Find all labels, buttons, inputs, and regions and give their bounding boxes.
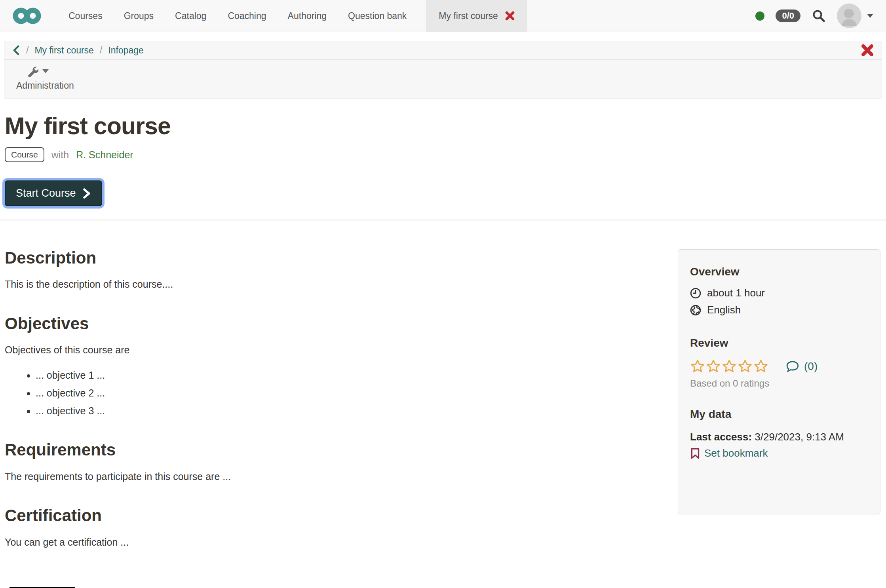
presence-status-dot[interactable] <box>755 11 764 21</box>
back-chevron-icon[interactable] <box>12 45 20 55</box>
tab-my-first-course[interactable]: My first course <box>426 0 527 32</box>
breadcrumb-page-link[interactable]: Infopage <box>108 45 144 56</box>
breadcrumb-course-link[interactable]: My first course <box>34 45 94 56</box>
administration-label: Administration <box>16 80 74 91</box>
objectives-list: ... objective 1 ... ... objective 2 ... … <box>5 369 662 417</box>
review-heading: Review <box>690 337 868 349</box>
last-access-value: 3/29/2023, 9:13 AM <box>752 431 844 443</box>
star-icon[interactable] <box>722 359 737 374</box>
star-icon[interactable] <box>753 359 768 374</box>
avatar[interactable] <box>837 4 861 28</box>
nav-item-question-bank[interactable]: Question bank <box>337 0 417 32</box>
with-prefix: with <box>51 149 69 161</box>
duration-row: about 1 hour <box>690 287 868 299</box>
last-access-label: Last access: <box>690 431 752 443</box>
breadcrumb: / My first course / Infopage <box>4 41 882 59</box>
navbar-right: 0/0 <box>755 4 886 28</box>
start-course-label: Start Course <box>16 187 76 199</box>
mydata-heading: My data <box>690 408 868 421</box>
close-tab-icon[interactable] <box>505 11 515 21</box>
administration-caret-icon <box>42 69 49 73</box>
section-text-requirements: The requirements to participate in this … <box>5 470 662 484</box>
section-heading-requirements: Requirements <box>5 440 662 459</box>
tab-label: My first course <box>439 11 498 21</box>
list-item: ... objective 3 ... <box>36 404 662 418</box>
section-heading-description: Description <box>5 248 662 267</box>
comments-link[interactable]: (0) <box>786 360 818 373</box>
course-meta-row: Course with R. Schneider <box>5 147 886 162</box>
page-title: My first course <box>5 113 886 139</box>
chevron-right-icon <box>82 188 91 199</box>
user-menu-caret-icon[interactable] <box>867 14 873 18</box>
nav-item-groups[interactable]: Groups <box>113 0 164 32</box>
star-icon[interactable] <box>706 359 721 374</box>
clock-icon <box>690 288 701 299</box>
section-heading-certification: Certification <box>5 506 662 525</box>
star-icon[interactable] <box>690 359 705 374</box>
course-info-sections: Description This is the description of t… <box>5 220 662 588</box>
course-tools-row: Administration <box>4 59 882 98</box>
overview-card: Overview about 1 hour English Review <box>678 249 880 514</box>
top-navbar: Courses Groups Catalog Coaching Authorin… <box>0 0 886 32</box>
comments-count: (0) <box>804 360 818 373</box>
star-icon[interactable] <box>738 359 753 374</box>
section-text-objectives: Objectives of this course are <box>5 343 662 357</box>
search-icon[interactable] <box>812 9 826 23</box>
language-row: English <box>690 304 868 316</box>
nav-item-courses[interactable]: Courses <box>58 0 113 32</box>
chat-counter-badge[interactable]: 0/0 <box>776 9 800 22</box>
section-heading-objectives: Objectives <box>5 314 662 333</box>
nav-item-authoring[interactable]: Authoring <box>277 0 337 32</box>
list-item: ... objective 2 ... <box>36 387 662 400</box>
section-text-certification: You can get a certification ... <box>5 536 662 549</box>
course-type-badge: Course <box>5 147 44 162</box>
language-value: English <box>707 304 741 316</box>
duration-value: about 1 hour <box>707 287 765 299</box>
close-course-icon[interactable] <box>861 44 874 57</box>
author-link[interactable]: R. Schneider <box>76 149 133 161</box>
administration-menu-button[interactable]: Administration <box>16 65 74 91</box>
nav-item-coaching[interactable]: Coaching <box>217 0 277 32</box>
wrench-icon <box>27 65 38 77</box>
overview-heading: Overview <box>690 266 868 278</box>
section-text-description: This is the description of this course..… <box>5 278 662 291</box>
infinity-logo-icon <box>12 6 42 25</box>
list-item: ... objective 1 ... <box>36 369 662 382</box>
start-course-button[interactable]: Start Course <box>5 180 102 206</box>
globe-icon <box>690 305 701 316</box>
breadcrumb-separator: / <box>26 45 29 56</box>
nav-item-catalog[interactable]: Catalog <box>164 0 217 32</box>
bookmark-icon <box>690 448 700 459</box>
rating-stars[interactable] <box>690 359 768 374</box>
last-access-row: Last access: 3/29/2023, 9:13 AM <box>690 431 868 443</box>
openolat-logo[interactable] <box>12 6 42 25</box>
set-bookmark-label: Set bookmark <box>704 447 768 459</box>
ratings-note: Based on 0 ratings <box>690 378 868 389</box>
breadcrumb-separator: / <box>100 45 102 56</box>
course-toolbar-panel: / My first course / Infopage Administrat… <box>4 41 882 99</box>
speech-bubble-icon <box>786 360 800 373</box>
set-bookmark-link[interactable]: Set bookmark <box>690 447 868 459</box>
